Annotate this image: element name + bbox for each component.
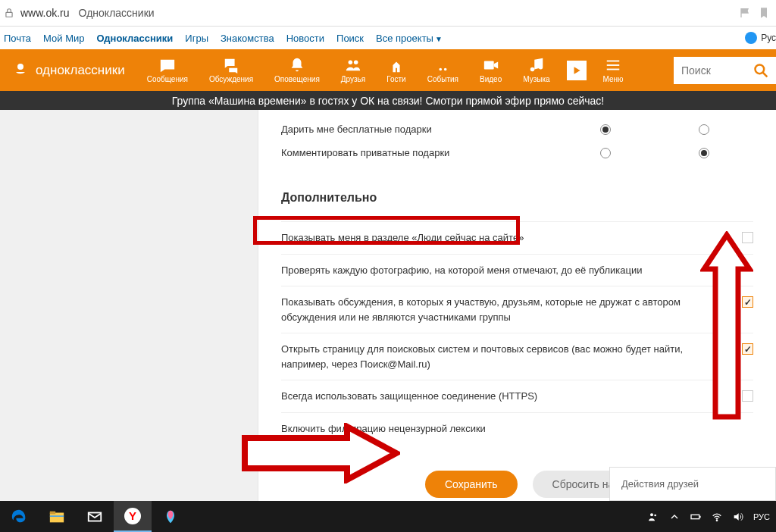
nav-friends[interactable]: Друзья bbox=[330, 57, 376, 83]
svg-point-16 bbox=[650, 513, 653, 516]
svg-line-9 bbox=[763, 72, 768, 77]
save-button[interactable]: Сохранить bbox=[425, 471, 518, 498]
setting-show-online: Показывать меня в разделе «Люди сейчас н… bbox=[281, 221, 753, 254]
svg-point-3 bbox=[354, 61, 358, 65]
page-title-text: Одноклассники bbox=[79, 7, 155, 19]
nav-games[interactable]: Игры bbox=[185, 33, 208, 44]
nav-messages[interactable]: Сообщения bbox=[136, 57, 199, 83]
checkbox-show-online[interactable] bbox=[742, 232, 753, 243]
hamburger-icon bbox=[605, 57, 621, 74]
nav-discussions[interactable]: Обсуждения bbox=[199, 57, 264, 83]
people-icon[interactable] bbox=[647, 511, 659, 523]
checkbox-https[interactable] bbox=[742, 390, 753, 402]
setting-comment-private: Комментировать приватные подарки bbox=[281, 141, 753, 164]
setting-check-photos: Проверять каждую фотографию, на которой … bbox=[281, 254, 753, 286]
nav-mymir[interactable]: Мой Мир bbox=[43, 33, 84, 44]
svg-rect-6 bbox=[607, 64, 620, 66]
nav-menu[interactable]: Меню bbox=[593, 57, 634, 83]
play-icon bbox=[567, 61, 587, 80]
svg-point-17 bbox=[654, 514, 656, 516]
nav-events[interactable]: События bbox=[417, 57, 469, 83]
checkbox-show-discussions[interactable] bbox=[742, 296, 753, 308]
radio-gifts-col2[interactable] bbox=[699, 124, 709, 135]
battery-icon[interactable] bbox=[690, 511, 702, 523]
radio-gifts-col1[interactable] bbox=[600, 124, 611, 135]
taskbar-yandex[interactable]: Y bbox=[114, 501, 152, 532]
windows-taskbar: Y РУС bbox=[0, 501, 776, 532]
content-area: Дарить мне бесплатные подарки Комментиро… bbox=[0, 110, 776, 501]
language-selector[interactable]: Рус bbox=[761, 33, 776, 43]
nav-play[interactable] bbox=[561, 57, 593, 83]
nav-notifications[interactable]: Оповещения bbox=[264, 57, 330, 83]
friends-icon bbox=[345, 57, 361, 74]
taskbar-app[interactable] bbox=[152, 501, 189, 532]
taskbar-explorer[interactable] bbox=[38, 501, 76, 532]
search-box[interactable] bbox=[674, 57, 776, 84]
nav-guests[interactable]: Гости bbox=[376, 57, 416, 83]
volume-icon[interactable] bbox=[732, 511, 744, 523]
wifi-icon[interactable] bbox=[711, 511, 723, 523]
setting-show-discussions: Показывать обсуждения, в которых я участ… bbox=[281, 286, 753, 333]
svg-rect-0 bbox=[6, 12, 12, 17]
ok-logo-icon bbox=[11, 61, 30, 80]
svg-rect-4 bbox=[483, 61, 493, 70]
svg-point-8 bbox=[756, 64, 765, 74]
svg-rect-10 bbox=[50, 512, 64, 522]
checkbox-search-engines[interactable] bbox=[742, 343, 753, 355]
nav-news[interactable]: Новости bbox=[286, 33, 324, 44]
setting-profanity-filter: Включить фильтрацию нецензурной лексики bbox=[281, 412, 753, 445]
setting-search-engines: Открыть страницу для поисковых систем и … bbox=[281, 333, 753, 380]
svg-rect-12 bbox=[50, 515, 64, 517]
setting-free-gifts: Дарить мне бесплатные подарки bbox=[281, 117, 753, 141]
setting-https: Всегда использовать защищенное соединени… bbox=[281, 380, 753, 412]
nav-search[interactable]: Поиск bbox=[336, 33, 364, 44]
taskbar-mail[interactable] bbox=[76, 501, 114, 532]
svg-rect-11 bbox=[50, 511, 55, 514]
messages-icon bbox=[159, 57, 176, 74]
settings-panel: Дарить мне бесплатные подарки Комментиро… bbox=[258, 110, 776, 501]
svg-point-2 bbox=[349, 61, 353, 65]
nav-music[interactable]: Музыка bbox=[512, 57, 560, 83]
events-icon bbox=[434, 57, 451, 74]
radio-comment-col2[interactable] bbox=[699, 148, 709, 158]
flag-icon[interactable] bbox=[740, 7, 752, 19]
radio-comment-col1[interactable] bbox=[600, 148, 611, 158]
taskbar-lang[interactable]: РУС bbox=[753, 512, 770, 521]
nav-video[interactable]: Видео bbox=[469, 57, 512, 83]
mail-portal-nav: Почта Мой Мир Одноклассники Игры Знакомс… bbox=[0, 27, 776, 49]
taskbar-edge[interactable] bbox=[0, 501, 38, 532]
svg-point-1 bbox=[17, 64, 23, 70]
chevron-up-icon[interactable] bbox=[668, 511, 681, 523]
ok-header: одноклассники Сообщения Обсуждения Опове… bbox=[0, 49, 776, 91]
bell-icon bbox=[289, 57, 305, 74]
address-bar: www.ok.ru Одноклассники bbox=[0, 0, 776, 27]
section-title-additional: Дополнительно bbox=[281, 191, 753, 205]
friends-activity-panel[interactable]: Действия друзей bbox=[609, 467, 776, 501]
svg-rect-5 bbox=[607, 61, 620, 62]
guests-icon bbox=[388, 57, 405, 74]
nav-ok[interactable]: Одноклассники bbox=[97, 33, 174, 44]
ok-logo-text: одноклассники bbox=[36, 63, 125, 78]
nav-mail[interactable]: Почта bbox=[4, 33, 31, 44]
discussions-icon bbox=[223, 57, 239, 74]
bookmark-icon[interactable] bbox=[758, 7, 770, 19]
nav-all-projects[interactable]: Все проекты▼ bbox=[376, 33, 443, 44]
nav-dating[interactable]: Знакомства bbox=[221, 33, 274, 44]
url-text[interactable]: www.ok.ru bbox=[20, 7, 70, 19]
live-banner[interactable]: Группа «Машина времени» в гостях у ОК на… bbox=[0, 91, 776, 110]
lock-icon bbox=[4, 8, 14, 18]
music-icon bbox=[528, 57, 545, 74]
ok-logo[interactable]: одноклассники bbox=[0, 61, 136, 80]
svg-rect-7 bbox=[607, 69, 620, 70]
search-input[interactable] bbox=[681, 64, 749, 77]
svg-point-20 bbox=[716, 520, 717, 521]
globe-icon bbox=[745, 32, 757, 44]
video-icon bbox=[483, 57, 499, 74]
search-icon[interactable] bbox=[753, 63, 768, 78]
svg-rect-18 bbox=[691, 515, 699, 518]
svg-text:Y: Y bbox=[129, 509, 136, 522]
